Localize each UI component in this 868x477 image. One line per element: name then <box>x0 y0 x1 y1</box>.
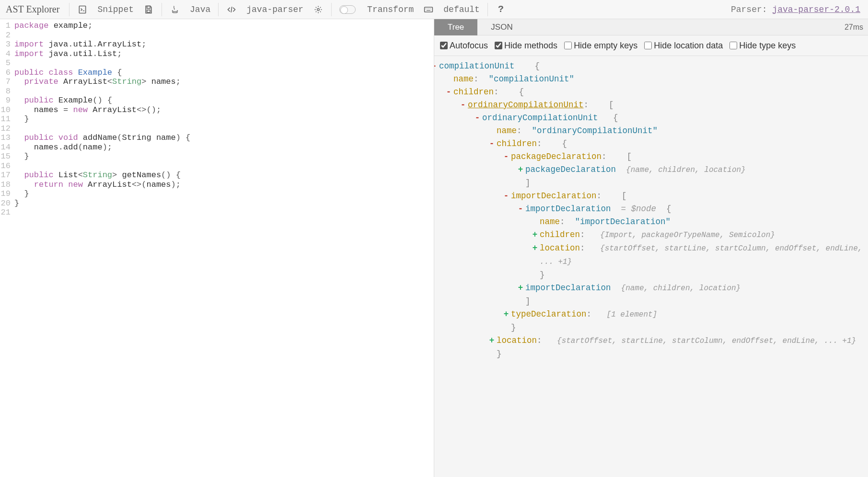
parser-info: Parser: java-parser-2.0.1 <box>731 5 864 14</box>
output-tabs: Tree JSON 27ms <box>434 19 868 35</box>
tree-settings: Autofocus Hide methods Hide empty keys H… <box>434 35 868 56</box>
tree-node[interactable]: compilationUnit <box>439 61 515 71</box>
line-number: 5 <box>0 58 14 68</box>
svg-rect-1 <box>147 6 150 8</box>
line-number: 20 <box>0 199 14 208</box>
code-line[interactable]: 1package example; <box>0 21 434 31</box>
code-line[interactable]: 11 } <box>0 114 434 124</box>
collapse-toggle[interactable]: - <box>517 203 524 216</box>
separator <box>331 3 332 16</box>
code-line[interactable]: 3import java.util.ArrayList; <box>0 40 434 49</box>
parser-version-link[interactable]: java-parser-2.0.1 <box>772 5 860 14</box>
code-line[interactable]: 14 names.add(name); <box>0 143 434 152</box>
code-line[interactable]: 12 <box>0 124 434 134</box>
expand-toggle[interactable]: + <box>531 242 539 255</box>
code-line[interactable]: 15 } <box>0 152 434 161</box>
line-number: 17 <box>0 170 14 180</box>
code-line[interactable]: 18 return new ArrayList<>(names); <box>0 180 434 190</box>
transform-button[interactable]: Transform <box>362 0 418 19</box>
save-icon[interactable] <box>139 0 159 19</box>
snippet-icon[interactable] <box>72 0 93 19</box>
line-number: 4 <box>0 49 14 59</box>
collapse-toggle[interactable]: - <box>502 150 510 163</box>
preset-button[interactable]: default <box>439 0 485 19</box>
opt-hide-empty[interactable]: Hide empty keys <box>564 39 637 52</box>
ast-tree[interactable]: - compilationUnit { name: "compilationUn… <box>434 56 868 370</box>
expand-toggle[interactable]: + <box>531 228 539 241</box>
opt-hide-methods[interactable]: Hide methods <box>495 39 557 52</box>
collapse-toggle[interactable]: - <box>459 99 467 112</box>
ast-panel: Tree JSON 27ms Autofocus Hide methods Hi… <box>434 19 868 477</box>
tree-hint: [1 element] <box>607 310 658 319</box>
app-logo[interactable]: AST Explorer <box>4 4 66 15</box>
code-line[interactable]: 16 <box>0 161 434 171</box>
snippet-button[interactable]: Snippet <box>93 0 139 19</box>
tree-key: location <box>497 336 537 345</box>
collapse-toggle[interactable]: - <box>474 112 481 125</box>
tree-key-link[interactable]: ordinaryCompilationUnit <box>468 100 584 110</box>
code-line[interactable]: 13 public void addName(String name) { <box>0 133 434 143</box>
line-number: 6 <box>0 68 14 78</box>
tree-node[interactable]: importDeclaration <box>525 283 611 293</box>
transform-toggle[interactable] <box>335 0 362 19</box>
code-line[interactable]: 21 <box>0 208 434 217</box>
code-line[interactable]: 17 public List<String> getNames() { <box>0 170 434 180</box>
code-line[interactable]: 4import java.util.List; <box>0 49 434 59</box>
expand-toggle[interactable]: + <box>517 282 524 295</box>
parse-timing: 27ms <box>840 23 868 32</box>
expand-toggle[interactable]: + <box>488 334 496 347</box>
code-icon[interactable] <box>221 0 242 19</box>
line-number: 8 <box>0 87 14 96</box>
tab-json[interactable]: JSON <box>477 19 526 35</box>
language-button[interactable]: Java <box>185 0 215 19</box>
tree-key: name <box>497 126 517 136</box>
line-number: 13 <box>0 133 14 143</box>
tree-value: "ordinaryCompilationUnit" <box>532 126 658 136</box>
main-split: 1package example;23import java.util.Arra… <box>0 19 868 477</box>
code-line[interactable]: 2 <box>0 31 434 40</box>
separator <box>487 3 488 16</box>
code-line[interactable]: 9 public Example() { <box>0 96 434 105</box>
svg-rect-4 <box>425 7 433 12</box>
code-line[interactable]: 7 private ArrayList<String> names; <box>0 77 434 87</box>
tree-key: name <box>540 217 560 227</box>
tab-tree[interactable]: Tree <box>434 19 477 35</box>
collapse-toggle[interactable]: - <box>434 60 438 73</box>
expand-toggle[interactable]: + <box>517 163 524 176</box>
tree-node[interactable]: importDeclaration <box>525 204 611 214</box>
code-line[interactable]: 6public class Example { <box>0 68 434 78</box>
collapse-toggle[interactable]: - <box>502 190 510 203</box>
code-line[interactable]: 10 names = new ArrayList<>(); <box>0 105 434 115</box>
help-icon[interactable]: ? <box>491 0 511 19</box>
parser-label: Parser: <box>731 5 767 14</box>
line-number: 15 <box>0 152 14 161</box>
code-line[interactable]: 19 } <box>0 189 434 199</box>
tree-node[interactable]: packageDeclaration <box>525 165 616 174</box>
keyboard-icon[interactable] <box>418 0 439 19</box>
expand-toggle[interactable]: + <box>502 308 510 321</box>
opt-hide-location[interactable]: Hide location data <box>644 39 723 52</box>
line-number: 3 <box>0 40 14 49</box>
collapse-toggle[interactable]: - <box>488 137 496 150</box>
line-number: 10 <box>0 105 14 115</box>
opt-hide-type[interactable]: Hide type keys <box>729 39 796 52</box>
tree-key: location <box>540 243 580 253</box>
parser-button[interactable]: java-parser <box>242 0 308 19</box>
tree-key: typeDeclaration <box>511 309 587 319</box>
line-number: 16 <box>0 161 14 171</box>
code-line[interactable]: 5 <box>0 58 434 68</box>
line-number: 9 <box>0 96 14 105</box>
tree-key: packageDeclaration <box>511 152 602 161</box>
code-editor[interactable]: 1package example;23import java.util.Arra… <box>0 19 434 477</box>
parser-settings-icon[interactable] <box>308 0 328 19</box>
tree-node[interactable]: ordinaryCompilationUnit <box>482 113 598 123</box>
opt-autofocus[interactable]: Autofocus <box>440 39 488 52</box>
code-line[interactable]: 20} <box>0 199 434 208</box>
tree-key: children <box>540 230 580 239</box>
java-logo-icon[interactable] <box>165 0 185 19</box>
separator <box>162 3 162 16</box>
separator <box>69 3 69 16</box>
code-line[interactable]: 8 <box>0 87 434 96</box>
line-number: 19 <box>0 189 14 199</box>
collapse-toggle[interactable]: - <box>445 86 452 99</box>
